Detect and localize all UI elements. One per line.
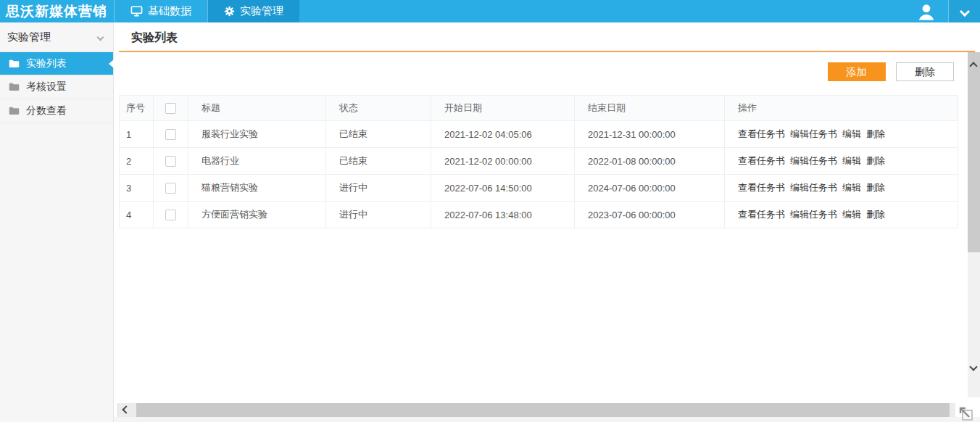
table-body: 1 服装行业实验 已结束 2021-12-02 04:05:06 2021-12…: [120, 121, 958, 228]
row-status-cell: 已结束: [326, 148, 431, 175]
scroll-down-icon[interactable]: [969, 363, 977, 371]
header-index: 序号: [120, 96, 154, 121]
resize-grip-icon[interactable]: [957, 405, 974, 422]
tab-experiment-management[interactable]: 实验管理: [207, 0, 299, 22]
sidebar-group-label: 实验管理: [7, 30, 51, 44]
row-actions-cell: 查看任务书编辑任务书编辑删除: [725, 202, 958, 228]
table-row: 2 电器行业 已结束 2021-12-02 00:00:00 2022-01-0…: [120, 148, 958, 175]
row-checkbox[interactable]: [165, 210, 176, 220]
delete-button[interactable]: 删除: [896, 62, 954, 81]
row-checkbox-cell: [154, 148, 188, 175]
row-end-date-cell: 2022-01-08 00:00:00: [575, 148, 725, 175]
app-logo: 思沃新媒体营销: [0, 0, 114, 22]
row-end-date-cell: 2023-07-06 00:00:00: [575, 202, 725, 228]
row-title-cell: 猫粮营销实验: [188, 175, 326, 202]
topbar-spacer: [299, 0, 905, 22]
header-end-date: 结束日期: [575, 96, 725, 121]
row-title-cell: 电器行业: [188, 148, 326, 175]
header-select-all: [154, 96, 188, 121]
experiment-table: 序号 标题 状态 开始日期 结束日期 操作 1 服装行业实验 已结束: [119, 95, 958, 228]
horizontal-scrollbar-thumb[interactable]: [136, 403, 950, 417]
edit-link[interactable]: 编辑: [842, 209, 861, 220]
sidebar: 实验管理 实验列表 考核设置: [0, 22, 114, 422]
row-start-date-cell: 2021-12-02 04:05:06: [431, 121, 575, 148]
view-task-doc-link[interactable]: 查看任务书: [738, 128, 785, 139]
row-checkbox[interactable]: [165, 183, 176, 194]
row-actions-cell: 查看任务书编辑任务书编辑删除: [725, 148, 958, 175]
row-title-cell: 方便面营销实验: [188, 202, 326, 228]
edit-task-doc-link[interactable]: 编辑任务书: [790, 209, 837, 220]
header-title: 标题: [188, 96, 326, 121]
table-row: 1 服装行业实验 已结束 2021-12-02 04:05:06 2021-12…: [120, 121, 958, 148]
scroll-left-icon[interactable]: [122, 405, 130, 413]
row-checkbox-cell: [154, 175, 188, 202]
header-status: 状态: [326, 96, 431, 121]
folder-icon: [9, 107, 20, 115]
delete-link[interactable]: 删除: [866, 155, 885, 166]
chevron-down-icon: [959, 6, 969, 16]
topbar-dropdown-button[interactable]: [948, 0, 980, 22]
vertical-scrollbar[interactable]: [968, 52, 980, 397]
top-navigation-bar: 思沃新媒体营销 基础数据 实验管理: [0, 0, 980, 22]
table-row: 4 方便面营销实验 进行中 2022-07-06 13:48:00 2023-0…: [120, 202, 958, 228]
row-checkbox[interactable]: [165, 156, 176, 167]
edit-link[interactable]: 编辑: [842, 155, 861, 166]
folder-icon: [9, 83, 20, 91]
select-all-checkbox[interactable]: [165, 103, 176, 114]
view-task-doc-link[interactable]: 查看任务书: [738, 182, 785, 193]
row-index-cell: 3: [120, 175, 154, 202]
sidebar-item-label: 考核设置: [26, 80, 67, 94]
chevron-down-icon: [97, 33, 104, 41]
add-button[interactable]: 添加: [828, 62, 886, 81]
folder-icon: [9, 59, 20, 68]
page-title: 实验列表: [119, 22, 975, 52]
header-operations: 操作: [725, 96, 958, 121]
main-content: 实验列表 添加 删除 序号 标题 状态: [114, 22, 980, 422]
table-row: 3 猫粮营销实验 进行中 2022-07-06 14:50:00 2024-07…: [120, 175, 958, 202]
edit-link[interactable]: 编辑: [842, 128, 861, 139]
row-index-cell: 4: [120, 202, 154, 228]
sidebar-item-assessment-settings[interactable]: 考核设置: [0, 75, 113, 99]
row-title-cell: 服装行业实验: [188, 121, 326, 148]
user-menu-button[interactable]: [905, 0, 948, 22]
view-task-doc-link[interactable]: 查看任务书: [738, 209, 785, 220]
toolbar: 添加 删除: [114, 62, 954, 81]
sidebar-item-label: 实验列表: [26, 57, 67, 70]
monitor-icon: [130, 6, 143, 17]
tab-basic-data-label: 基础数据: [148, 4, 191, 18]
row-actions-cell: 查看任务书编辑任务书编辑删除: [725, 121, 958, 148]
row-start-date-cell: 2022-07-06 13:48:00: [431, 202, 575, 228]
edit-task-doc-link[interactable]: 编辑任务书: [790, 182, 837, 193]
row-status-cell: 进行中: [326, 175, 431, 202]
header-start-date: 开始日期: [431, 96, 575, 121]
bottom-strip: [114, 417, 980, 422]
tab-experiment-management-label: 实验管理: [240, 4, 283, 18]
horizontal-scrollbar[interactable]: [117, 403, 955, 417]
tab-basic-data[interactable]: 基础数据: [114, 0, 207, 22]
row-status-cell: 进行中: [326, 202, 431, 228]
row-end-date-cell: 2024-07-06 00:00:00: [575, 175, 725, 202]
edit-task-doc-link[interactable]: 编辑任务书: [790, 155, 837, 166]
view-task-doc-link[interactable]: 查看任务书: [738, 155, 785, 166]
vertical-scrollbar-thumb[interactable]: [968, 52, 980, 252]
row-checkbox[interactable]: [165, 129, 176, 140]
row-actions-cell: 查看任务书编辑任务书编辑删除: [725, 175, 958, 202]
sidebar-item-label: 分数查看: [26, 104, 67, 117]
edit-task-doc-link[interactable]: 编辑任务书: [790, 128, 837, 139]
row-start-date-cell: 2022-07-06 14:50:00: [431, 175, 575, 202]
row-index-cell: 2: [120, 148, 154, 175]
sidebar-group-experiment-management[interactable]: 实验管理: [0, 22, 113, 52]
delete-link[interactable]: 删除: [866, 182, 885, 193]
user-icon: [916, 2, 937, 21]
table-header-row: 序号 标题 状态 开始日期 结束日期 操作: [120, 96, 958, 121]
row-start-date-cell: 2021-12-02 00:00:00: [431, 148, 575, 175]
row-checkbox-cell: [154, 202, 188, 228]
gear-icon: [224, 6, 235, 17]
sidebar-item-score-view[interactable]: 分数查看: [0, 99, 113, 123]
row-index-cell: 1: [120, 121, 154, 148]
row-status-cell: 已结束: [326, 121, 431, 148]
edit-link[interactable]: 编辑: [842, 182, 861, 193]
delete-link[interactable]: 删除: [866, 209, 885, 220]
delete-link[interactable]: 删除: [866, 128, 885, 139]
sidebar-item-experiment-list[interactable]: 实验列表: [0, 52, 113, 75]
